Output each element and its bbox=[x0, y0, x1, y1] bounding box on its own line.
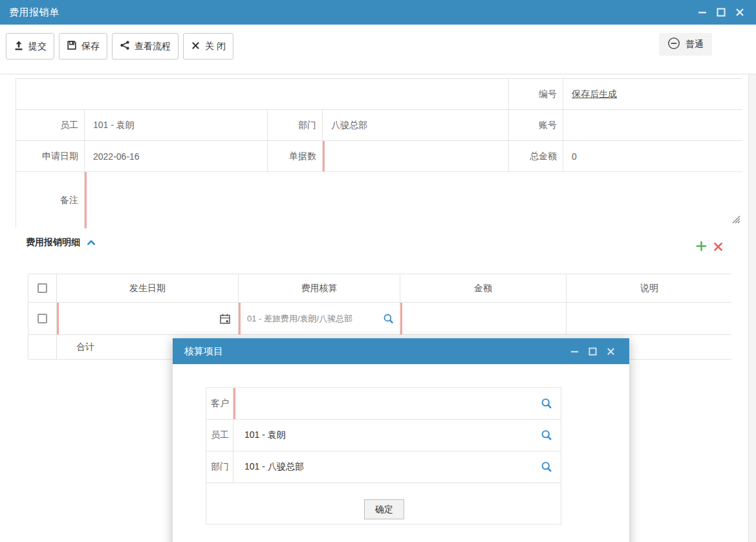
required-bar bbox=[233, 388, 235, 419]
col-header-note: 说明 bbox=[567, 274, 732, 303]
row-select-cell bbox=[28, 303, 57, 335]
apply-date-label: 申请日期 bbox=[16, 141, 85, 172]
col-header-amount: 金额 bbox=[400, 274, 567, 303]
employee-label: 员工 bbox=[16, 110, 85, 141]
caret-up-icon[interactable] bbox=[86, 237, 96, 248]
select-all-checkbox[interactable] bbox=[38, 283, 47, 293]
doc-count-label: 单据数 bbox=[268, 141, 323, 172]
search-icon[interactable] bbox=[541, 398, 553, 410]
calendar-icon[interactable] bbox=[219, 313, 231, 325]
submit-button[interactable]: 提交 bbox=[6, 33, 54, 60]
search-icon[interactable] bbox=[383, 313, 394, 325]
required-bar bbox=[323, 141, 325, 171]
employee-field[interactable]: 101 - 袁朗 bbox=[85, 110, 268, 141]
minus-circle-icon bbox=[667, 37, 680, 52]
share-icon bbox=[120, 40, 130, 52]
expense-account-cell[interactable]: 01 - 差旅费用/袁朗/八骏总部 bbox=[239, 303, 400, 335]
window-titlebar: 费用报销单 bbox=[0, 0, 756, 25]
modal-employee-value: 101 - 袁朗 bbox=[233, 429, 286, 441]
doc-count-field[interactable] bbox=[323, 141, 509, 172]
save-label: 保存 bbox=[81, 41, 100, 52]
add-row-button[interactable] bbox=[696, 241, 707, 252]
row-checkbox[interactable] bbox=[38, 314, 47, 323]
window-title: 费用报销单 bbox=[9, 6, 59, 19]
submit-label: 提交 bbox=[28, 41, 47, 52]
dept-label: 部门 bbox=[268, 110, 323, 141]
maximize-icon[interactable] bbox=[717, 8, 726, 17]
col-header-occur-date: 发生日期 bbox=[57, 274, 239, 303]
detail-section-title: 费用报销明细 bbox=[26, 237, 80, 248]
header-form: 编号 保存后生成 员工 101 - 袁朗 部门 八骏总部 账号 申请日期 202… bbox=[16, 78, 742, 228]
save-floppy-icon bbox=[67, 40, 77, 52]
save-button[interactable]: 保存 bbox=[59, 33, 107, 60]
modal-employee-label: 员工 bbox=[206, 420, 233, 451]
modal-titlebar: 核算项目 bbox=[173, 338, 629, 364]
modal-dept-label: 部门 bbox=[206, 451, 233, 483]
remark-label: 备注 bbox=[16, 172, 85, 228]
modal-window-controls bbox=[570, 347, 618, 356]
search-icon[interactable] bbox=[541, 461, 553, 473]
expense-reimbursement-window: 费用报销单 提交 保存 查看流程 关 闭 bbox=[0, 0, 756, 542]
minimize-icon[interactable] bbox=[570, 347, 579, 356]
required-bar bbox=[239, 303, 241, 334]
search-icon[interactable] bbox=[541, 429, 553, 442]
modal-dept-value: 101 - 八骏总部 bbox=[233, 461, 304, 473]
close-icon[interactable] bbox=[735, 8, 744, 17]
select-all-cell bbox=[28, 274, 57, 303]
delete-row-button[interactable] bbox=[713, 242, 723, 252]
amount-cell[interactable] bbox=[400, 303, 567, 335]
window-controls bbox=[698, 8, 747, 17]
customer-label: 客户 bbox=[206, 388, 233, 420]
required-bar bbox=[57, 303, 59, 334]
maximize-icon[interactable] bbox=[589, 347, 597, 356]
apply-date-field[interactable]: 2022-06-16 bbox=[85, 141, 268, 172]
modal-dept-field[interactable]: 101 - 八骏总部 bbox=[233, 451, 561, 483]
occur-date-cell[interactable] bbox=[57, 303, 239, 335]
account-label: 账号 bbox=[509, 110, 563, 141]
minimize-icon[interactable] bbox=[698, 8, 707, 17]
total-amount-label: 总金额 bbox=[509, 141, 563, 172]
mode-button[interactable]: 普通 bbox=[659, 33, 712, 56]
customer-field[interactable] bbox=[233, 388, 561, 420]
modal-body: 客户 员工 101 - 袁朗 部门 101 - 八骏总部 bbox=[173, 364, 629, 542]
total-amount-field: 0 bbox=[563, 141, 742, 172]
vertical-scrollbar[interactable] bbox=[748, 74, 756, 542]
required-bar bbox=[85, 172, 87, 228]
col-header-expense-account: 费用核算 bbox=[239, 274, 400, 303]
detail-section-header: 费用报销明细 bbox=[26, 237, 96, 248]
code-label: 编号 bbox=[509, 79, 563, 110]
view-flow-label: 查看流程 bbox=[135, 41, 171, 52]
close-form-label: 关 闭 bbox=[205, 41, 226, 52]
modal-employee-field[interactable]: 101 - 袁朗 bbox=[233, 420, 561, 451]
view-flow-button[interactable]: 查看流程 bbox=[112, 33, 178, 60]
code-field: 保存后生成 bbox=[563, 79, 742, 110]
note-cell[interactable] bbox=[567, 303, 732, 335]
resize-handle[interactable] bbox=[731, 215, 740, 226]
modal-title: 核算项目 bbox=[184, 345, 223, 358]
total-row-spacer bbox=[28, 335, 57, 359]
expense-account-value: 01 - 差旅费用/袁朗/八骏总部 bbox=[239, 313, 352, 325]
confirm-button[interactable]: 确定 bbox=[364, 499, 404, 519]
toolbar-buttons: 提交 保存 查看流程 关 闭 bbox=[6, 33, 233, 60]
upload-icon bbox=[14, 40, 24, 52]
close-x-icon bbox=[191, 41, 200, 52]
toolbar: 提交 保存 查看流程 关 闭 普通 bbox=[0, 25, 756, 74]
close-icon[interactable] bbox=[607, 347, 615, 356]
dept-field[interactable]: 八骏总部 bbox=[323, 110, 509, 141]
close-form-button[interactable]: 关 闭 bbox=[183, 33, 233, 60]
empty-header-cell bbox=[16, 79, 509, 110]
mode-label: 普通 bbox=[686, 39, 704, 50]
code-value: 保存后生成 bbox=[572, 89, 617, 100]
accounting-item-modal: 核算项目 客户 员工 101 - 袁朗 bbox=[173, 338, 629, 542]
remark-field[interactable] bbox=[85, 172, 742, 228]
required-bar bbox=[400, 303, 402, 334]
account-field[interactable] bbox=[563, 110, 742, 141]
